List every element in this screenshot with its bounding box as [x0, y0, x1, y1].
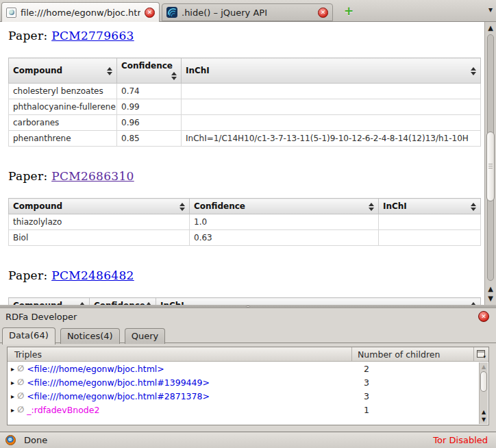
- tab-bjoc-html[interactable]: file:///home/egonw/bjoc.html ✕: [1, 2, 160, 22]
- paper-heading: Paper: PCM2686310: [8, 169, 482, 183]
- scrollbar-thumb[interactable]: [480, 371, 487, 392]
- table-row: thiazolylazo 1.0: [9, 214, 481, 230]
- tab-query[interactable]: Query: [125, 328, 166, 344]
- expand-twisty-icon[interactable]: ▸: [11, 393, 14, 400]
- triples-tree: Triples Number of children ▸ ∅ <file:///…: [7, 347, 489, 425]
- tab-jquery-api[interactable]: .hide() – jQuery API ✕: [162, 3, 333, 21]
- scroll-up-icon[interactable]: ▲: [485, 284, 496, 294]
- table-row: phthalocyanine-fullerene 0.99: [9, 99, 481, 115]
- expand-twisty-icon[interactable]: ▸: [11, 406, 14, 414]
- table-row: cholesteryl benzoates 0.74: [9, 84, 481, 99]
- sort-icon[interactable]: [171, 72, 177, 80]
- paper-link-pcm2686310[interactable]: PCM2686310: [51, 169, 134, 183]
- tab-close-icon[interactable]: ✕: [145, 8, 155, 18]
- tree-header: Triples Number of children: [8, 347, 488, 362]
- tree-row[interactable]: ▸ ∅ <file:///home/egonw/bjoc.html#287137…: [8, 389, 488, 403]
- rdfa-developer-panel: RDFa Developer ✕ Data(64) Notices(4) Que…: [0, 308, 496, 432]
- tab-notices[interactable]: Notices(4): [60, 328, 120, 344]
- panel-tab-strip: Data(64) Notices(4) Query: [0, 325, 496, 343]
- panel-title: RDFa Developer: [5, 312, 77, 322]
- column-header-confidence[interactable]: Confidence: [190, 199, 379, 214]
- scroll-down-icon[interactable]: ▼: [480, 416, 488, 423]
- triple-subject[interactable]: <file:///home/egonw/bjoc.html#1399449>: [27, 377, 210, 388]
- paper-heading: Paper: PCM2779663: [8, 29, 482, 42]
- panel-close-icon[interactable]: ✕: [478, 311, 489, 322]
- status-text: Done: [24, 435, 433, 445]
- paper-link-pcm2779663[interactable]: PCM2779663: [51, 29, 134, 42]
- compound-table-1: Compound Confidence InChI cholesteryl be…: [8, 58, 481, 147]
- tree-row[interactable]: ▸ ∅ <file:///home/egonw/bjoc.html#139944…: [8, 375, 488, 389]
- scrollbar-thumb[interactable]: [486, 132, 495, 201]
- column-header-confidence[interactable]: Confidence: [90, 298, 156, 306]
- panel-titlebar: RDFa Developer ✕: [0, 308, 496, 325]
- tab-close-icon[interactable]: ✕: [318, 8, 328, 18]
- sort-icon[interactable]: [107, 67, 112, 75]
- compound-table-3: Compound Confidence InChI: [8, 297, 481, 305]
- tab-bar: file:///home/egonw/bjoc.html ✕ .hide() –…: [0, 0, 496, 22]
- paper-heading: Paper: PCM2486482: [8, 269, 482, 282]
- scroll-down-icon[interactable]: ▼: [485, 294, 496, 303]
- table-row: Biol 0.63: [9, 230, 481, 246]
- column-header-triples[interactable]: Triples: [8, 347, 351, 361]
- column-header-inchi[interactable]: InChI: [379, 199, 481, 214]
- column-header-confidence[interactable]: Confidence: [117, 58, 182, 84]
- children-count: 3: [358, 391, 488, 401]
- resource-icon: ∅: [17, 377, 24, 387]
- triple-subject[interactable]: <file:///home/egonw/bjoc.html>: [27, 364, 164, 374]
- tree-row[interactable]: ▸ ∅ <file:///home/egonw/bjoc.html> 2: [8, 362, 488, 375]
- paper-label: Paper:: [8, 269, 47, 282]
- tree-scrollbar[interactable]: ▲ ▲ ▼: [479, 362, 488, 424]
- column-header-compound[interactable]: Compound: [9, 58, 117, 84]
- column-picker-button[interactable]: [473, 347, 488, 361]
- resource-icon: ∅: [17, 405, 24, 414]
- vertical-scrollbar[interactable]: ▲ ▲ ▼: [484, 22, 496, 305]
- scroll-up-icon[interactable]: ▲: [480, 408, 488, 416]
- expand-twisty-icon[interactable]: ▸: [11, 379, 14, 386]
- sort-icon[interactable]: [179, 203, 185, 211]
- column-header-inchi[interactable]: InChI: [182, 58, 481, 84]
- sort-icon[interactable]: [471, 203, 476, 211]
- tab-data[interactable]: Data(64): [2, 327, 55, 345]
- scroll-up-icon[interactable]: ▲: [480, 363, 488, 371]
- table-row: carboranes 0.96: [9, 115, 481, 131]
- tree-row[interactable]: ▸ ∅ _:rdfadevBnode2 1: [8, 403, 488, 416]
- children-count: 3: [358, 377, 488, 388]
- sort-icon[interactable]: [369, 203, 374, 211]
- column-header-compound[interactable]: Compound: [9, 199, 190, 214]
- column-header-children[interactable]: Number of children: [351, 347, 473, 361]
- tab-title: file:///home/egonw/bjoc.html: [21, 8, 140, 18]
- paper-label: Paper:: [8, 29, 47, 42]
- paper-link-pcm2486482[interactable]: PCM2486482: [51, 269, 134, 282]
- resource-icon: ∅: [17, 364, 24, 373]
- column-header-compound[interactable]: Compound: [9, 298, 90, 306]
- firefox-icon: [5, 435, 16, 445]
- tab-title: .hide() – jQuery API: [182, 8, 314, 18]
- document-favicon-icon: [6, 8, 16, 18]
- paper-label: Paper:: [8, 169, 47, 183]
- column-picker-icon: [477, 350, 485, 358]
- triple-subject[interactable]: <file:///home/egonw/bjoc.html#2871378>: [27, 391, 210, 401]
- page-content: Paper: PCM2779663 Compound Confidence In…: [0, 22, 484, 305]
- children-count: 1: [358, 405, 488, 415]
- table-row: phenanthrene 0.85 InChI=1/C14H10/c1-3-7-…: [9, 131, 481, 147]
- jquery-favicon-icon: [166, 7, 177, 18]
- compound-table-2: Compound Confidence InChI thiazolylazo 1…: [8, 198, 481, 246]
- tor-status-text[interactable]: Tor Disabled: [433, 435, 488, 445]
- expand-twisty-icon[interactable]: ▸: [11, 365, 14, 373]
- new-tab-button[interactable]: +: [341, 3, 356, 18]
- resource-icon: ∅: [17, 391, 24, 401]
- sort-icon[interactable]: [471, 67, 476, 75]
- column-header-inchi[interactable]: InChI: [156, 298, 481, 306]
- list-all-tabs-icon[interactable]: ▾: [488, 5, 493, 14]
- scroll-up-icon[interactable]: ▲: [485, 23, 496, 33]
- status-bar: Done Tor Disabled: [0, 432, 496, 448]
- splitter-grip[interactable]: [246, 306, 250, 308]
- children-count: 2: [358, 364, 488, 374]
- triple-subject[interactable]: _:rdfadevBnode2: [27, 405, 99, 415]
